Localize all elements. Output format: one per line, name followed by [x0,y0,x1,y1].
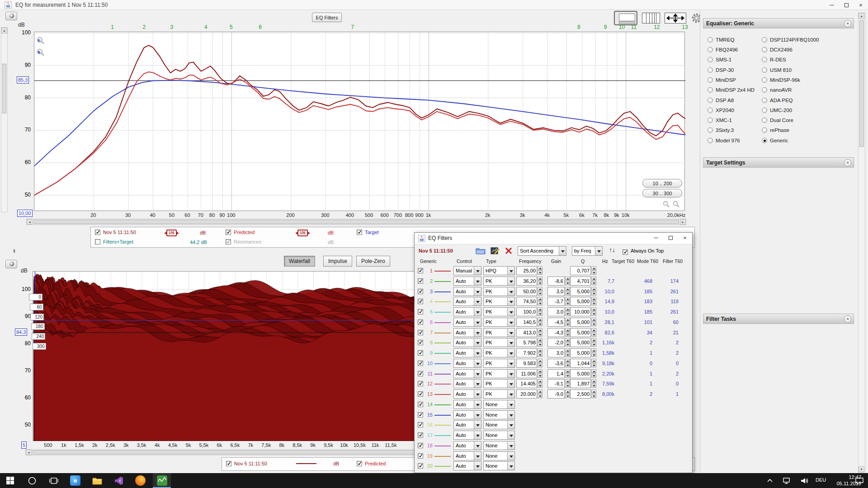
control-select[interactable]: Auto [453,328,481,337]
filter-enable-checkbox[interactable] [418,371,423,376]
spin-up-icon[interactable] [538,359,542,363]
rew-app-icon[interactable] [156,475,168,486]
filter-enable-checkbox[interactable] [418,309,423,314]
q-field[interactable]: 5,000 [570,348,591,357]
chevron-down-icon[interactable] [507,287,514,296]
top-graph-horizontal-scrollbar[interactable]: ◄ ► [26,219,686,225]
visual-studio-icon[interactable] [113,475,124,486]
radio-button[interactable] [762,108,767,113]
q-field[interactable]: 5,000 [570,318,591,327]
spin-down-icon[interactable] [538,281,542,285]
frequency-field-spinner[interactable] [538,359,542,368]
filter-enable-checkbox[interactable] [418,299,423,304]
type-select[interactable]: None [483,451,515,460]
spin-up-icon[interactable] [538,328,542,332]
chevron-down-icon[interactable] [507,431,514,439]
type-select[interactable]: PK [483,287,515,296]
radio-button[interactable] [762,77,767,83]
spin-up-icon[interactable] [538,297,542,301]
type-select[interactable]: None [483,420,515,429]
chevron-down-icon[interactable] [507,390,514,398]
scroll-up-arrow[interactable]: ▲ [1,28,7,33]
chevron-down-icon[interactable] [595,247,602,255]
chevron-down-icon[interactable] [507,462,514,470]
gain-field[interactable]: 3,0 [547,348,565,357]
filter-enable-checkbox[interactable] [418,443,423,448]
chevron-down-icon[interactable] [507,328,514,337]
radio-button[interactable] [708,127,713,133]
control-select[interactable]: Manual [453,266,481,275]
radio-button[interactable] [708,98,713,103]
close-button[interactable]: × [854,0,868,10]
spin-down-icon[interactable] [538,322,542,326]
spin-down-icon[interactable] [538,353,542,357]
spin-up-icon[interactable] [538,338,542,342]
equaliser-option-generic[interactable]: Generic [762,136,788,144]
open-folder-icon[interactable] [476,247,486,255]
equaliser-section-header[interactable]: Equaliser: Generic « [703,18,854,28]
chevron-down-icon[interactable] [507,421,514,429]
control-select[interactable]: Auto [453,348,481,357]
equaliser-option-sms-1[interactable]: SMS-1 [708,56,731,64]
chevron-down-icon[interactable] [507,308,514,316]
chevron-down-icon[interactable] [507,277,514,285]
radio-button[interactable] [762,117,767,123]
collapse-icon[interactable]: « [844,315,851,323]
legend-predicted-checkbox[interactable] [357,461,362,466]
q-field[interactable]: 2,500 [570,389,591,399]
spin-down-icon[interactable] [565,281,570,285]
spin-down-icon[interactable] [538,312,542,316]
frequency-field[interactable]: 9.583 [516,359,537,368]
chevron-down-icon[interactable] [474,380,481,388]
spin-down-icon[interactable] [591,271,596,275]
q-field[interactable]: 0,707 [570,266,591,275]
spin-up-icon[interactable] [565,318,570,322]
spin-down-icon[interactable] [538,301,542,305]
equaliser-option-model-976[interactable]: Model 976 [708,136,740,144]
legend-measurement-checkbox[interactable] [226,461,231,466]
gain-field[interactable]: -3,7 [547,297,565,306]
equaliser-option-tmreq[interactable]: TMREQ [708,35,735,43]
gain-field-spinner[interactable] [565,297,570,306]
radio-button[interactable] [762,127,767,133]
gain-field-spinner[interactable] [565,369,570,378]
legend-measurement-checkbox[interactable] [95,230,100,235]
spin-up-icon[interactable] [538,318,542,322]
type-select[interactable]: None [483,441,515,450]
type-select[interactable]: PK [483,389,515,399]
frequency-grid-icon[interactable] [642,13,660,23]
scroll-left-arrow[interactable]: ◄ [27,219,33,225]
gain-field[interactable]: 3,0 [547,307,565,316]
spin-down-icon[interactable] [538,394,542,398]
q-field-spinner[interactable] [591,266,596,275]
collapse-icon[interactable]: « [844,20,851,27]
radio-button[interactable] [708,47,713,52]
type-select[interactable]: None [483,400,515,409]
equaliser-option-3sixty-3[interactable]: 3Sixty.3 [708,126,734,134]
spin-down-icon[interactable] [538,374,542,378]
chevron-down-icon[interactable] [474,359,481,367]
legend-target-checkbox[interactable] [357,230,362,235]
notification-center-icon[interactable] [854,475,865,486]
spin-up-icon[interactable] [538,369,542,373]
range-30-300-button[interactable]: 30 .. 300 [642,189,682,197]
equaliser-option-nanoavr[interactable]: nanoAVR [762,86,792,94]
chevron-down-icon[interactable] [474,431,481,439]
chevron-down-icon[interactable] [474,452,481,460]
filter-enable-checkbox[interactable] [418,391,423,397]
frequency-field[interactable]: 25,00 [516,266,537,275]
panel-scrollbar[interactable]: ▲ ▼ [858,13,865,473]
chevron-down-icon[interactable] [507,359,514,367]
chevron-down-icon[interactable] [507,441,514,450]
chevron-down-icon[interactable] [559,247,566,255]
control-select[interactable]: Auto [453,379,481,388]
equaliser-option-rephase[interactable]: rePhase [762,126,789,134]
gain-field[interactable]: 3,0 [547,287,565,296]
equaliser-option-minidsp-96k[interactable]: MiniDSP-96k [762,75,800,84]
chevron-down-icon[interactable] [507,452,514,460]
frequency-field-spinner[interactable] [538,318,542,327]
file-explorer-icon[interactable] [91,475,103,486]
gain-field-spinner[interactable] [565,348,570,357]
equaliser-option-dsp-30[interactable]: DSP-30 [708,66,734,74]
spin-down-icon[interactable] [538,384,542,388]
